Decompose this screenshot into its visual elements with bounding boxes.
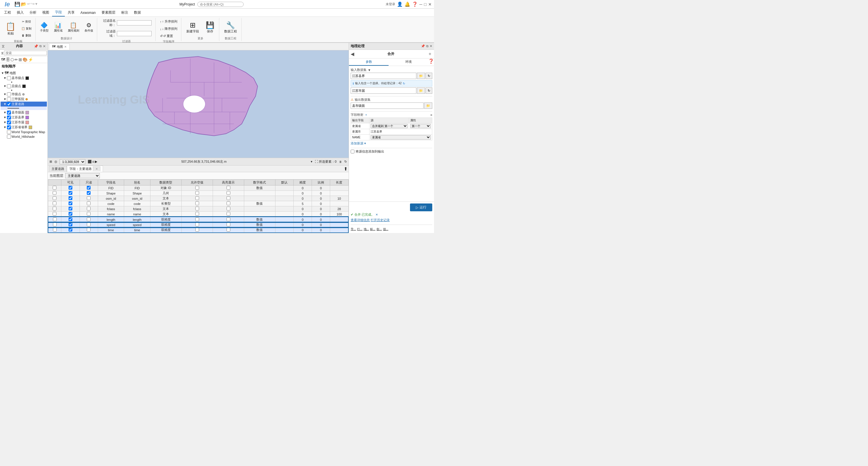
footer-link-4[interactable]: 标...	[370, 227, 375, 231]
gp-add-btn[interactable]: ＋	[428, 51, 432, 57]
tree-item-world-hillshade[interactable]: ▶ World_Hillshade	[1, 134, 47, 139]
cb-highlight-1[interactable]	[226, 191, 230, 195]
map-tab[interactable]: 🗺 地图 ✕	[49, 43, 70, 50]
menu-analysis[interactable]: 分析	[27, 9, 39, 16]
zoom-nav-btn[interactable]: ▶	[95, 160, 97, 164]
attr-expand-btn[interactable]: ⬆	[344, 166, 347, 172]
row-select-3[interactable]	[53, 201, 56, 205]
cb-readonly-0[interactable]	[87, 186, 91, 190]
row-select-5[interactable]	[53, 212, 56, 215]
fm-attr-select-1[interactable]: 第一个	[410, 124, 431, 128]
row-select-6[interactable]	[53, 217, 57, 221]
menu-data[interactable]: 数据	[131, 9, 144, 16]
save-field-btn[interactable]: 💾 保存	[203, 20, 217, 35]
gp-link-history[interactable]: 打开历史记录	[371, 218, 390, 222]
gp-input-dropdown-icon[interactable]: ▼	[368, 68, 371, 72]
layer-select[interactable]: 主要道路	[65, 173, 100, 178]
tree-item-hospital[interactable]: ▼ 三甲医院	[1, 97, 47, 101]
paste-btn[interactable]: 📋 粘贴	[3, 20, 18, 37]
right-panel-expand[interactable]: ⧉	[426, 44, 429, 48]
data-eng-btn[interactable]: 🔧 数据工程	[222, 20, 240, 35]
menu-label[interactable]: 标注	[118, 9, 131, 16]
tree-item-js-county[interactable]: ▼ 江苏县界	[1, 115, 47, 120]
row-select-8[interactable]	[53, 228, 57, 232]
toolbar-icon-open[interactable]: 📂	[21, 1, 27, 7]
cb-nullable-6[interactable]	[195, 217, 199, 221]
cb-visible-8[interactable]	[69, 228, 72, 232]
layer-icon-6[interactable]: 🎨	[23, 57, 28, 62]
cb-highlight-8[interactable]	[226, 228, 230, 232]
cb-highlight-7[interactable]	[226, 223, 230, 226]
cb-readonly-6[interactable]	[87, 217, 91, 221]
gp-input-folder-1[interactable]: 📁	[417, 72, 425, 79]
row-select-4[interactable]	[53, 207, 56, 210]
menu-field[interactable]: 字段	[52, 9, 65, 17]
cb-highlight-3[interactable]	[226, 201, 230, 205]
tree-item-county-point[interactable]: ▼ 县市级点	[1, 76, 47, 81]
cb-highlight-5[interactable]	[226, 212, 230, 215]
cb-main-road[interactable]	[7, 102, 11, 106]
layer-icon-2[interactable]: 🗄	[6, 57, 10, 62]
cb-nullable-5[interactable]	[195, 212, 199, 215]
asc-sort-btn[interactable]: ↑ ↑ 升序排列	[158, 19, 179, 25]
select-icon[interactable]: ⛶	[315, 160, 318, 163]
right-panel-close[interactable]: ✕	[430, 44, 432, 48]
cb-readonly-8[interactable]	[87, 228, 91, 232]
tree-item-js-province[interactable]: ▼ 江苏省省界	[1, 125, 47, 130]
cb-nullable-0[interactable]	[195, 186, 199, 190]
row-select-1[interactable]	[53, 191, 56, 195]
footer-link-1[interactable]: 导...	[351, 227, 356, 231]
cb-visible-0[interactable]	[69, 186, 72, 190]
gp-link-details[interactable]: 查看详细信息	[351, 218, 370, 222]
coord-dropdown[interactable]: ▾	[311, 160, 312, 164]
tree-item-main-road[interactable]: ▼ 主要道路	[1, 101, 47, 107]
fm-rule-select-1[interactable]: 合并规则 第一个	[371, 124, 408, 128]
rule-btn[interactable]: 📋 属性规则	[66, 21, 81, 34]
grid-icon[interactable]: ⊞	[50, 160, 52, 164]
map-tab-close[interactable]: ✕	[64, 45, 66, 48]
cb-readonly-3[interactable]	[87, 201, 91, 205]
menu-project[interactable]: 工程	[1, 9, 14, 16]
cb-nullable-1[interactable]	[195, 191, 199, 195]
zoom-mode-btn[interactable]: ⧈	[92, 160, 94, 164]
scale-select[interactable]: 1:3,300,928	[60, 159, 85, 165]
delete-btn[interactable]: 🗑 删除	[20, 32, 34, 39]
gp-run-btn[interactable]: ▷ 运行	[410, 203, 432, 211]
more-btn[interactable]: ▾	[35, 1, 37, 7]
help-icon[interactable]: ❓	[412, 1, 418, 7]
layer-icon-7[interactable]: ⚡	[28, 57, 33, 62]
zoom-fit-btn[interactable]: ⬛	[88, 160, 92, 164]
gp-help-icon[interactable]: ❓	[428, 58, 434, 66]
cb-highlight-0[interactable]	[226, 186, 230, 190]
cb-js-county[interactable]	[7, 115, 11, 120]
footer-link-6[interactable]: 创...	[383, 227, 388, 231]
filter-icon[interactable]: ⧖	[2, 44, 5, 49]
menu-feature-layer[interactable]: 要素图层	[99, 9, 118, 16]
notification-icon[interactable]: 🔔	[404, 1, 410, 7]
new-field-btn[interactable]: ⊞ 新建字段	[184, 20, 202, 35]
cb-visible-6[interactable]	[69, 217, 72, 221]
gp-output-folder[interactable]: 📁	[424, 103, 432, 109]
footer-link-2[interactable]: 行...	[357, 227, 362, 231]
cb-nullable-7[interactable]	[195, 223, 199, 226]
row-select-7[interactable]	[53, 223, 57, 226]
pin-btn[interactable]: 📌	[34, 44, 38, 48]
cb-readonly-7[interactable]	[87, 223, 91, 226]
minimize-btn[interactable]: ─	[420, 2, 423, 7]
refresh-btn[interactable]: ↻	[344, 160, 347, 164]
layer-icon-5[interactable]: ⊞	[19, 57, 22, 62]
filter-domain-input[interactable]	[117, 31, 152, 36]
user-icon[interactable]: 👤	[397, 1, 403, 7]
gp-link-1[interactable]: ✕	[376, 213, 378, 216]
cb-readonly-4[interactable]	[87, 207, 91, 210]
reset-sort-btn[interactable]: ↺ ↺ 重置	[158, 33, 175, 39]
cb-js-province[interactable]	[7, 125, 11, 129]
gp-field-menu-icon[interactable]: ≡	[431, 113, 432, 117]
gp-add-source-btn[interactable]: 添加新源 ▾	[351, 141, 432, 146]
cb-visible-5[interactable]	[69, 212, 72, 215]
attr-btn[interactable]: 📊 属性域	[52, 21, 64, 34]
cb-visible-1[interactable]	[69, 191, 72, 195]
cb-highlight-4[interactable]	[226, 207, 230, 210]
tree-item-map[interactable]: ▼ 🗺 地图	[1, 70, 47, 76]
gp-input-refresh-1[interactable]: ↻	[426, 72, 432, 79]
